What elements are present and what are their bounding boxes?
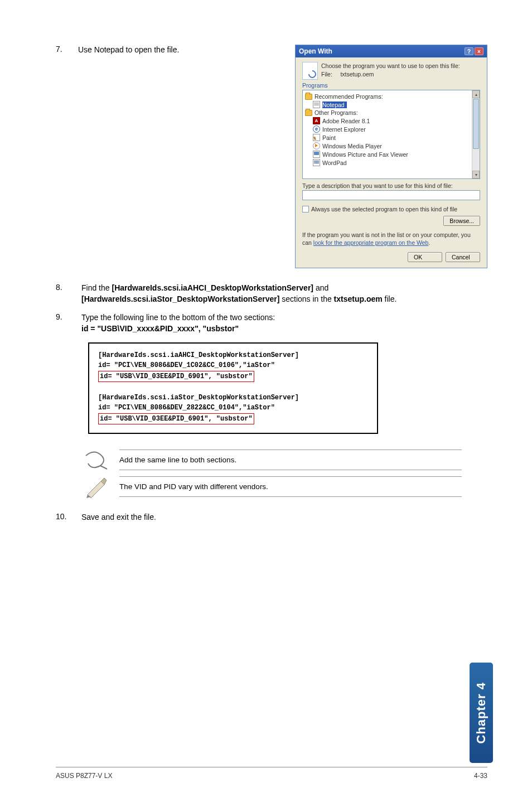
fax-icon (313, 151, 320, 158)
step8-bold3: txtsetup.oem (334, 294, 383, 303)
wmp-icon (313, 142, 320, 149)
dialog-head-line1: Choose the program you want to use to op… (321, 62, 460, 70)
code-line: id= "PCI\VEN_8086&DEV_1C02&CC_0106","iaS… (98, 360, 368, 370)
notepad-icon (313, 101, 320, 108)
scrollbar[interactable]: ▴ ▾ (472, 90, 480, 178)
step9-number: 9. (56, 312, 67, 334)
file-label: File: (321, 71, 332, 78)
pen-icon (83, 475, 110, 499)
note2-text: The VID and PID vary with different vend… (119, 476, 462, 497)
link-post: . (428, 239, 430, 246)
step7-text: Use Notepad to open the file. (78, 45, 284, 56)
step8-text: Find the [HardwareIds.scsi.iaAHCI_Deskto… (81, 283, 487, 305)
list-item-label: Adobe Reader 8.1 (322, 118, 370, 124)
note1-text: Add the same line to both sections. (119, 450, 462, 470)
step9-line2: id = "USB\VID_xxxx&PID_xxxx", "usbstor" (81, 324, 239, 333)
code-line: [HardwareIds.scsi.iaStor_DesktopWorkstat… (98, 393, 368, 403)
footer-left: ASUS P8Z77-V LX (56, 772, 112, 780)
group-recommended-label: Recommended Programs: (315, 93, 383, 100)
cancel-button[interactable]: Cancel (446, 252, 480, 262)
step9-line1: Type the following line to the bottom of… (81, 312, 476, 323)
list-item-fax[interactable]: Windows Picture and Fax Viewer (305, 150, 477, 158)
description-input[interactable] (302, 190, 480, 200)
list-item-paint[interactable]: Paint (305, 133, 477, 142)
list-item-label: WordPad (322, 160, 347, 166)
page-footer: ASUS P8Z77-V LX 4-33 (56, 767, 487, 780)
group-other: Other Programs: (305, 109, 477, 117)
wordpad-icon (313, 159, 320, 166)
list-item-adobe[interactable]: Adobe Reader 8.1 (305, 117, 477, 125)
description-label: Type a description that you want to use … (302, 182, 480, 189)
dialog-titlebar[interactable]: Open With ? × (296, 45, 487, 57)
step10-number: 10. (56, 512, 67, 523)
web-lookup-text: If the program you want is not in the li… (302, 231, 480, 247)
footer-right: 4-33 (474, 772, 487, 780)
step8-mid1: and (313, 283, 328, 292)
step8-bold1: [HardwareIds.scsi.iaAHCI_DesktopWorkstat… (112, 283, 313, 292)
dialog-title: Open With (299, 47, 332, 55)
file-icon (302, 62, 318, 80)
code-line-highlighted: id= "USB\VID_03EE&PID_6901", "usbstor" (98, 371, 254, 382)
group-other-label: Other Programs: (315, 109, 358, 116)
list-item-label: Internet Explorer (322, 126, 366, 133)
scroll-up-icon[interactable]: ▴ (472, 90, 480, 98)
file-name: txtsetup.oem (340, 71, 374, 78)
paint-icon (313, 134, 320, 141)
step8-post: file. (383, 294, 397, 303)
ie-icon (313, 125, 320, 133)
note-icon (83, 448, 110, 472)
chapter-tab-label: Chapter 4 (474, 682, 489, 743)
code-line: [HardwareIds.scsi.iaAHCI_DesktopWorkstat… (98, 350, 368, 360)
list-item-notepad[interactable]: Notepad (305, 100, 477, 109)
list-item-ie[interactable]: Internet Explorer (305, 125, 477, 133)
always-use-label: Always use the selected program to open … (311, 206, 457, 212)
list-item-wordpad[interactable]: WordPad (305, 158, 477, 167)
chapter-tab: Chapter 4 (470, 663, 493, 763)
list-item-label: Windows Media Player (322, 143, 382, 149)
open-with-dialog: Open With ? × Choose the program you wan… (295, 45, 487, 268)
programs-listbox[interactable]: Recommended Programs: Notepad Other Prog… (302, 90, 480, 179)
ok-button[interactable]: OK (408, 252, 442, 262)
folder-icon (305, 110, 312, 116)
step9-text: Type the following line to the bottom of… (81, 312, 487, 334)
step8-number: 8. (56, 283, 67, 305)
step7-number: 7. (56, 45, 67, 54)
step10-text: Save and exit the file. (81, 512, 487, 523)
step8-pre: Find the (81, 283, 112, 292)
web-lookup-link[interactable]: look for the appropriate program on the … (313, 239, 428, 246)
scroll-thumb[interactable] (473, 99, 479, 149)
scroll-down-icon[interactable]: ▾ (472, 171, 480, 178)
list-item-label: Windows Picture and Fax Viewer (322, 151, 408, 158)
code-line-highlighted: id= "USB\VID_03EE&PID_6901", "usbstor" (98, 413, 254, 424)
help-icon[interactable]: ? (465, 47, 473, 55)
programs-label: Programs (302, 82, 480, 89)
adobe-icon (313, 117, 320, 124)
code-line: id= "PCI\VEN_8086&DEV_2822&CC_0104","iaS… (98, 403, 368, 413)
always-use-checkbox[interactable] (302, 206, 309, 212)
group-recommended: Recommended Programs: (305, 93, 477, 100)
list-item-wmp[interactable]: Windows Media Player (305, 142, 477, 150)
close-icon[interactable]: × (475, 47, 483, 55)
step8-bold2: [HardwareIds.scsi.iaStor_DesktopWorkstat… (81, 294, 279, 303)
list-item-label: Notepad (322, 102, 347, 108)
list-item-label: Paint (322, 134, 336, 141)
browse-button[interactable]: Browse... (443, 216, 480, 226)
step8-mid2: sections in the (279, 294, 333, 303)
folder-icon (305, 94, 312, 100)
code-box: [HardwareIds.scsi.iaAHCI_DesktopWorkstat… (88, 342, 378, 434)
